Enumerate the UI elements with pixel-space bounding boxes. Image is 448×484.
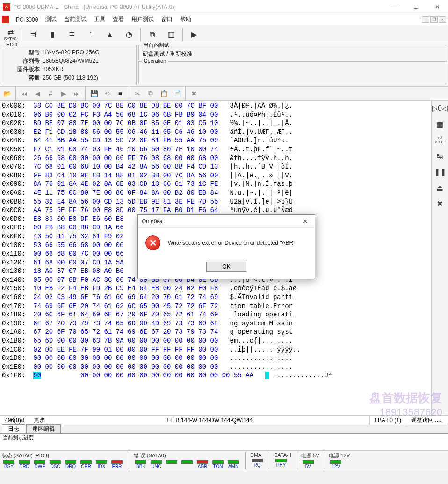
tab-log[interactable]: 日志 (2, 424, 25, 433)
bottom-tabs: 日志 扇区编辑 (0, 425, 448, 434)
hdd-legend: HDD (4, 42, 19, 47)
error-icon: ✕ (145, 235, 160, 250)
led-IDX: IDX (94, 460, 108, 469)
led-DRD: DRD (17, 460, 31, 469)
copy-icon[interactable]: ⧉ (143, 26, 161, 43)
stop-icon[interactable]: ■ (114, 88, 126, 100)
status-lba: LBA : 0 (1) (370, 416, 406, 425)
cut-icon[interactable]: ✂ (131, 88, 144, 100)
ok-button[interactable]: OK (206, 262, 246, 272)
mdi-minimize[interactable]: – (422, 16, 429, 23)
error-dialog: Ошибка ✕ ✕ Write sectors ext error Devic… (137, 214, 315, 279)
chart-icon[interactable]: ⫿ (81, 26, 100, 43)
progress-bar (0, 441, 448, 451)
doc-icon[interactable]: 📄 (171, 88, 183, 100)
led-BSY: BSY (2, 460, 16, 469)
led-5V: 5V (301, 460, 315, 469)
led-TON: TON (211, 460, 225, 469)
hex-status-bar: 496(0)d 更改 LE B:144-W:144-DW:144-QW:144 … (0, 415, 448, 425)
save-icon[interactable]: 💾 (88, 88, 100, 100)
current-test-value: 硬盘测试 / 重新校准 (143, 47, 443, 58)
menu-tools[interactable]: 工具 (90, 15, 109, 23)
dialog-message: Write sectors ext error Device error det… (168, 240, 295, 246)
led-blank (165, 460, 179, 469)
mdi-close[interactable]: × (439, 16, 446, 23)
led-DSC: DSC (48, 460, 62, 469)
info-panel: HDD 型号HY-VS-820 PRO 256G 序列号1805BQ0824AW… (0, 44, 448, 87)
menu-window[interactable]: 窗口 (158, 15, 176, 23)
menu-help[interactable]: 帮助 (176, 15, 195, 23)
led-blank (180, 460, 194, 469)
play-icon[interactable]: ▶ (185, 26, 203, 43)
operation-box: Operation (138, 61, 447, 84)
close-button[interactable]: ✕ (426, 0, 448, 14)
menu-test[interactable]: 测试 (42, 15, 60, 23)
main-toolbar: ⇄SATA0 ⇉ ▮ ≣ ⫿ ▲ ◔ ⧉ ▥ ▶ (0, 25, 448, 44)
minimize-button[interactable]: — (383, 0, 405, 14)
dialog-close-icon[interactable]: ✕ (300, 218, 311, 225)
side-toolbar: ▷0◁ ▦ 1↺RESET ↹ ❚❚ ⏏ ✖ (431, 101, 448, 415)
power12v-group: 电源 12V 12V (329, 452, 350, 469)
reload-icon[interactable]: ⟲ (101, 88, 113, 100)
chip-icon[interactable]: ▮ (43, 26, 62, 43)
led-DRQ: DRQ (64, 460, 78, 469)
dialog-title: Ошибка (142, 218, 163, 225)
status-changes: 更改 (29, 416, 50, 425)
maximize-button[interactable]: ☐ (405, 0, 426, 14)
error-group: 错 误 (SATA0) BBKUNCABRTONAMN (134, 452, 240, 469)
side-eject-icon[interactable]: ⏏ (434, 182, 447, 193)
hdd-capacity: 256 GB (500 118 192) (43, 73, 98, 82)
status-le: LE B:144-W:144-DW:144-QW:144 (50, 416, 370, 425)
dialog-titlebar[interactable]: Ошибка ✕ (138, 215, 315, 228)
paste-icon[interactable]: 📋 (158, 88, 170, 100)
led-status-bar: 状态 (SATA0)-[PIO4] BSYDRDDWFDSCDRQCRRIDXE… (0, 451, 448, 471)
last-icon[interactable]: ⏭ (71, 88, 83, 100)
state-group: 状态 (SATA0)-[PIO4] BSYDRDDWFDSCDRQCRRIDXE… (2, 452, 124, 469)
tools-icon[interactable]: ✖ (188, 88, 200, 100)
next-icon[interactable]: ▶ (58, 88, 70, 100)
hdd-firmware: 805XKR (43, 65, 64, 73)
compass-icon[interactable]: ▲ (101, 26, 119, 43)
first-icon[interactable]: ⏮ (18, 88, 30, 100)
side-skip-icon[interactable]: ▷0◁ (434, 103, 447, 114)
side-reset-icon[interactable]: 1↺RESET (434, 134, 447, 146)
db-icon[interactable]: ◔ (120, 26, 138, 43)
led-ABR: ABR (195, 460, 210, 469)
side-ruler-icon[interactable]: ↹ (434, 150, 447, 161)
open-icon[interactable]: 📂 (1, 88, 13, 100)
side-pause-icon[interactable]: ❚❚ (434, 166, 447, 177)
menu-user-test[interactable]: 用户测试 (128, 15, 158, 23)
menubar: PC-3000 测试 当前测试 工具 查看 用户测试 窗口 帮助 – ❐ × (0, 14, 448, 25)
led-CRR: CRR (79, 460, 93, 469)
current-test-box: 当前的测试 硬盘测试 / 重新校准 (138, 45, 447, 60)
status-access: 硬盘访问...... (406, 416, 448, 425)
led-DWF: DWF (33, 460, 47, 469)
led-12V: 12V (329, 460, 343, 469)
hdd-info-box: HDD 型号HY-VS-820 PRO 256G 序列号1805BQ0824AW… (1, 45, 137, 85)
led-PHY: PHY (274, 459, 288, 468)
dma-group: DMA RQ (250, 452, 264, 468)
menu-view[interactable]: 查看 (109, 15, 128, 23)
window-titlebar: A PC-3000 UDMA-E - China - [Universal PC… (0, 0, 448, 14)
sataii-group: SATA-II PHY (274, 452, 291, 468)
goto-icon[interactable]: # (44, 88, 57, 100)
progress-label: 当前测试进度 (0, 434, 448, 441)
led-UNC: UNC (149, 460, 163, 469)
hex-toolbar: 📂 ⏮ ◀ # ▶ ⏭ 💾 ⟲ ■ ✂ ⧉ 📋 📄 ✖ (0, 87, 448, 101)
status-offset: 496(0)d (0, 416, 29, 425)
menu-app[interactable]: PC-3000 (12, 16, 42, 23)
copy2-icon[interactable]: ⧉ (145, 88, 157, 100)
barcode-icon[interactable]: ▥ (162, 26, 181, 43)
prev-icon[interactable]: ◀ (31, 88, 43, 100)
list-icon[interactable]: ≣ (62, 26, 81, 43)
mdi-restore[interactable]: ❐ (430, 16, 438, 23)
sata-port-button[interactable]: ⇄SATA0 (1, 26, 20, 43)
tab-sector-edit[interactable]: 扇区编辑 (26, 424, 61, 433)
side-chip-icon[interactable]: ▦ (434, 118, 447, 130)
led-AMN: AMN (226, 460, 240, 469)
side-wrench-icon[interactable]: ✖ (434, 198, 447, 209)
tool-icon-1[interactable]: ⇉ (24, 26, 43, 43)
menu-current-test[interactable]: 当前测试 (60, 15, 90, 23)
app-icon: A (3, 3, 10, 11)
led-RQ: RQ (250, 459, 264, 468)
